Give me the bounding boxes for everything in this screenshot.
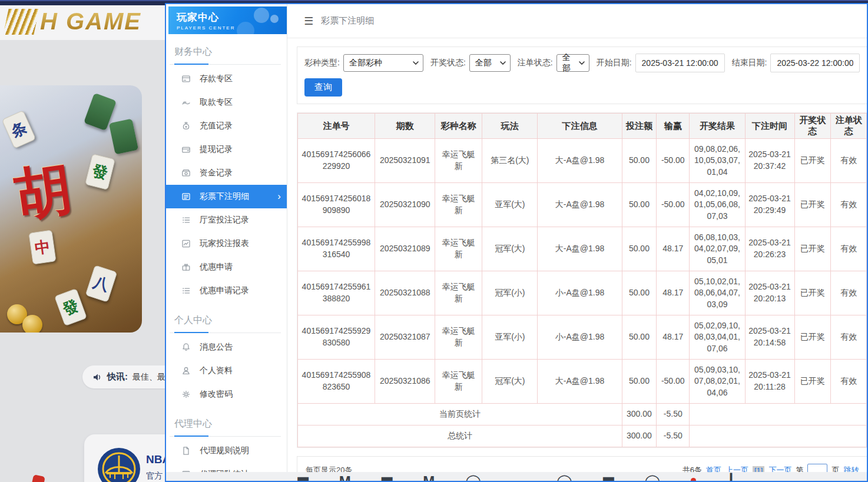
table-cell: 2025-03-21 20:11:28 [745,360,794,404]
table-cell: 已开奖 [794,227,830,271]
sidebar-item[interactable]: 个人资料 [166,359,287,383]
sidebar-item[interactable]: 存款专区 [166,67,287,91]
withdraw-hand-icon [181,98,191,107]
sidebar-item[interactable]: 提现记录 [166,138,287,161]
table-cell: 50.00 [622,139,656,183]
search-button[interactable]: 查询 [304,78,342,97]
partial-icon: ◯ [465,474,481,481]
lottery-type-value: 全部彩种 [349,58,382,68]
end-date-input[interactable] [770,54,860,72]
partial-icon: ◯ [556,474,572,481]
table-cell: 大-A盘@1.98 [538,360,622,404]
sidebar-section-title: 个人中心 [170,312,281,333]
sidebar-item[interactable]: 充值记录 [166,114,287,138]
table-cell: 大-A盘@1.98 [538,139,622,183]
partial-footer-icons: ▆ M ▆ M ◯ — ◯ ▆ ◯ ┃ [166,472,867,481]
draw-status-select[interactable]: 全部 [469,54,511,72]
table-cell: 48.17 [657,227,690,271]
table-cell: 已开奖 [794,360,830,404]
table-cell: 09,08,02,06,10,05,03,07,01,04 [690,139,745,183]
table-cell: 亚军(大) [482,183,538,227]
start-date-input[interactable] [635,54,725,72]
table-header-cell: 注单号 [298,114,375,139]
table-cell: 50.00 [622,315,656,360]
gear-icon [181,390,191,399]
sidebar-item[interactable]: 消息公告 [166,335,287,359]
sidebar-item-label: 优惠申请 [200,262,233,272]
page-stats-winloss: -5.50 [657,404,690,426]
table-cell: 48.17 [657,271,690,315]
sidebar-header: 玩家中心 PLAYERS CENTER [168,6,287,34]
table-row: 40156917425592983058020250321087幸运飞艇新亚军(… [298,315,867,360]
table-cell: 05,10,02,01,08,06,04,07,03,09 [690,271,745,315]
table-cell: 2025-03-21 20:26:23 [745,227,794,271]
sidebar-item[interactable]: 优惠申请记录 [166,279,287,303]
table-row: 40156917425599831654020250321089幸运飞艇新冠军(… [298,227,867,271]
table-cell: 幸运飞艇新 [435,315,482,360]
table-cell: 小-A盘@1.98 [538,315,622,360]
sidebar-item-label: 资金记录 [200,168,233,178]
bell-icon [181,343,191,352]
sidebar-item[interactable]: 代理规则说明 [166,439,287,463]
table-cell: 幸运飞艇新 [435,227,482,271]
chevron-right-icon: › [277,191,281,202]
sidebar-item[interactable]: 厅室投注记录 [166,208,287,232]
table-cell: 401569174255998316540 [298,227,375,271]
draw-status-label: 开奖状态: [430,58,466,68]
table-cell: -50.00 [657,139,690,183]
bet-status-select[interactable]: 全部 [556,54,589,72]
chevron-down-icon [413,61,419,65]
table-cell: 20250321086 [375,360,435,404]
table-cell: 大-A盘@1.98 [538,227,622,271]
sidebar-item[interactable]: 玩家投注报表 [166,232,287,255]
report-chart-icon [181,239,191,248]
sidebar-section-title: 代理中心 [170,415,281,437]
partial-icon: M [339,474,351,481]
bet-table-body: 40156917425606622992020250321091幸运飞艇新第三名… [298,139,867,404]
partial-icon: ◯ [644,474,660,481]
lottery-type-label: 彩种类型: [304,58,340,68]
table-cell: 50.00 [622,271,656,315]
table-cell: 有效 [830,227,867,271]
total-stats-label: 总统计 [298,426,622,447]
moneybag-icon [181,121,191,131]
table-cell: 50.00 [622,360,656,404]
table-cell: -50.00 [657,360,690,404]
sidebar-item[interactable]: 修改密码 [166,383,287,406]
sidebar-item-label: 代理规则说明 [200,446,249,456]
table-cell: 有效 [830,271,867,315]
table-header-cell: 玩法 [482,114,538,139]
person-icon [181,366,191,375]
table-cell: 401569174256066229920 [298,139,375,183]
table-cell: 已开奖 [794,315,830,360]
sidebar-section-title: 财务中心 [170,44,281,65]
sidebar-item[interactable]: 优惠申请 [166,255,287,279]
page-title: 彩票下注明细 [321,15,374,26]
filter-box: 彩种类型: 全部彩种 开奖状态: 全部 注单状态: 全部 [297,46,867,104]
total-stats-winloss: -5.50 [657,426,690,447]
total-stats-bet: 300.00 [622,426,656,447]
hamburger-icon[interactable]: ☰ [304,15,313,28]
table-cell: 401569174255961388820 [298,271,375,315]
bet-table: 注单号期数彩种名称玩法下注信息投注额输赢开奖结果下注时间开奖状态注单状态 401… [297,113,867,447]
sidebar: 玩家中心 PLAYERS CENTER 财务中心存款专区取款专区充值记录提现记录… [166,4,287,481]
table-row: 40156917425601890989020250321090幸运飞艇新亚军(… [298,183,867,227]
sidebar-item-label: 彩票下注明细 [200,191,249,202]
table-header-cell: 下注时间 [745,114,794,139]
table-cell: 401569174255908823650 [298,360,375,404]
page-stats-empty [690,404,867,426]
table-cell: 第三名(大) [482,139,538,183]
table-row: 40156917425590882365020250321086幸运飞艇新冠军(… [298,360,867,404]
sidebar-item-label: 玩家投注报表 [200,238,249,249]
table-cell: 20250321090 [375,183,435,227]
sidebar-item[interactable]: 取款专区 [166,91,287,114]
table-cell: 幸运飞艇新 [435,360,482,404]
table-cell: 05,09,03,10,07,08,02,01,04,06 [690,360,745,404]
table-cell: 大-A盘@1.98 [538,183,622,227]
page-stats-row: 当前页统计 300.00 -5.50 [298,404,867,426]
sidebar-item-label: 消息公告 [200,342,233,353]
lottery-type-select[interactable]: 全部彩种 [343,54,423,72]
sidebar-item[interactable]: 资金记录 [166,161,287,185]
sidebar-item[interactable]: 彩票下注明细› [166,185,287,208]
chevron-down-icon [500,61,506,65]
